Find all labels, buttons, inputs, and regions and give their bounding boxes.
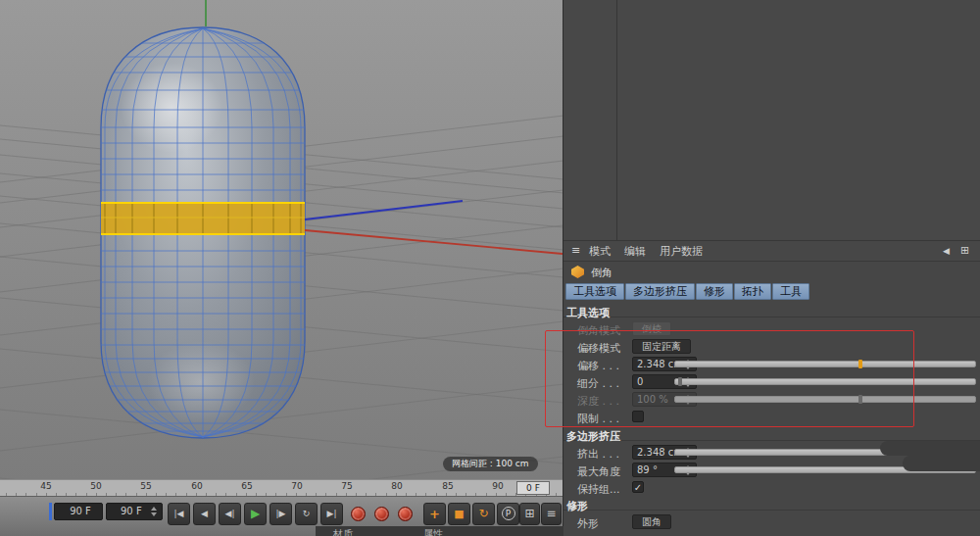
section-title: 工具选项: [566, 306, 610, 321]
panel-splitter[interactable]: [563, 0, 564, 536]
subdivision-slider-handle[interactable]: [678, 377, 682, 386]
record-parameter-button[interactable]: P: [497, 503, 519, 525]
tab-shaping[interactable]: 修形: [696, 283, 733, 300]
specular-highlight: [147, 341, 255, 423]
outline-dropdown[interactable]: 圆角: [632, 514, 671, 529]
current-frame-field[interactable]: 90 F: [54, 503, 103, 520]
active-tool-row: 倒角: [564, 262, 980, 283]
ruler-tick: 65: [237, 481, 257, 491]
tab-material[interactable]: 材质: [333, 527, 353, 536]
position-cross-icon: +: [429, 507, 440, 521]
tab-topology[interactable]: 拓扑: [734, 283, 771, 300]
record-scale-button[interactable]: ■: [448, 503, 470, 525]
keyframe-grid-button[interactable]: ⊞: [519, 503, 540, 525]
offset-mode-dropdown[interactable]: 固定距离: [632, 339, 691, 354]
menu-edit[interactable]: 编辑: [624, 244, 646, 259]
outline-row: 外形 圆角: [564, 513, 980, 531]
scale-cube-icon: ■: [454, 508, 464, 520]
previous-key-icon: ◀: [201, 509, 208, 518]
timeline-options-button[interactable]: ≡: [541, 503, 562, 525]
offset-mode-row: 偏移模式 固定距离: [564, 338, 980, 356]
subdivision-label: 细分 . . .: [577, 376, 619, 391]
offset-row: 偏移 . . . 2.348 cm: [564, 356, 980, 373]
list-icon: ≡: [546, 507, 556, 520]
viewport-3d[interactable]: [0, 0, 564, 479]
go-to-end-button[interactable]: ▶|: [320, 503, 343, 525]
tab-tool-options[interactable]: 工具选项: [565, 283, 624, 300]
tab-polygon-extrude[interactable]: 多边形挤压: [625, 283, 695, 300]
ruler-tick: 70: [287, 481, 307, 491]
go-to-start-button[interactable]: |◀: [168, 503, 190, 525]
burger-menu-icon[interactable]: ≡: [571, 244, 580, 257]
previous-key-button[interactable]: ◀: [193, 503, 216, 525]
record-keyframe-button[interactable]: [351, 507, 366, 521]
parameter-p-icon: P: [502, 507, 515, 520]
ruler-tick: 75: [337, 481, 357, 491]
current-frame-value: 90 F: [55, 504, 102, 519]
depth-slider-handle: [858, 395, 862, 404]
overlay-shape: [903, 456, 980, 471]
attribute-tab-bar: 工具选项 多边形挤压 修形 拓扑 工具: [565, 283, 809, 300]
panel-column-divider: [616, 0, 617, 241]
go-to-start-icon: |◀: [174, 509, 184, 518]
ruler-tick: 50: [86, 481, 106, 491]
keyframe-selection-button[interactable]: [398, 507, 413, 521]
ruler-tick: 90: [488, 481, 508, 491]
record-position-button[interactable]: +: [423, 503, 446, 525]
ruler-tick: 80: [387, 481, 407, 491]
frame-indicator-box[interactable]: 0 F: [516, 481, 550, 495]
record-rotation-button[interactable]: ↻: [472, 503, 495, 525]
section-shaping[interactable]: 修形: [564, 495, 980, 511]
section-title: 多边形挤压: [566, 429, 620, 445]
panel-grid-icon[interactable]: ⊞: [960, 244, 969, 257]
offset-mode-label: 偏移模式: [577, 341, 620, 356]
active-tool-name: 倒角: [591, 266, 612, 280]
ruler-tick: 60: [187, 481, 207, 491]
spinner-arrows-icon[interactable]: [151, 507, 159, 516]
timeline-ruler[interactable]: 45 50 55 60 65 70 75 80 85 90 0 F: [0, 479, 564, 496]
section-polygon-extrude[interactable]: 多边形挤压: [564, 425, 980, 441]
menu-userdata[interactable]: 用户数据: [660, 244, 703, 259]
offset-label: 偏移 . . .: [577, 359, 619, 373]
collapse-arrow-icon[interactable]: ◀: [943, 246, 950, 256]
next-frame-icon: |▶: [276, 509, 286, 518]
depth-label: 深度 . . .: [577, 394, 619, 409]
capsule-object[interactable]: [93, 27, 314, 438]
loop-icon: ↻: [303, 509, 311, 518]
limit-checkbox[interactable]: [632, 411, 644, 422]
subdivision-row: 细分 . . . 0: [564, 373, 980, 391]
end-frame-field[interactable]: 90 F: [106, 503, 163, 520]
loop-playback-button[interactable]: ↻: [295, 503, 318, 525]
grid-spacing-badge: 网格间距 : 100 cm: [443, 457, 538, 471]
overlay-shape: [880, 441, 980, 456]
preserve-groups-checkbox[interactable]: ✓: [632, 481, 644, 493]
bevel-mode-value: 倒棱: [632, 321, 671, 336]
menu-mode[interactable]: 模式: [589, 244, 611, 259]
extrude-label: 挤出 . . .: [577, 447, 619, 462]
play-icon: ▶: [251, 507, 260, 520]
attribute-manager-menubar: ≡ 模式 编辑 用户数据 ◀ ⊞: [564, 241, 980, 262]
selected-edge-loop[interactable]: [98, 202, 309, 235]
bevel-mode-label: 倒角模式: [577, 323, 620, 338]
max-angle-label: 最大角度: [577, 464, 620, 479]
ruler-tick: 55: [136, 481, 156, 491]
section-tool-options[interactable]: 工具选项: [564, 302, 980, 317]
ruler-tick: 85: [438, 481, 458, 491]
tab-attribute[interactable]: 属性: [423, 527, 443, 536]
offset-slider[interactable]: [674, 361, 976, 367]
offset-slider-handle[interactable]: [858, 360, 862, 368]
specular-highlight: [121, 63, 222, 153]
autokey-button[interactable]: [374, 507, 389, 521]
tab-tool[interactable]: 工具: [772, 283, 809, 300]
timeline-cursor[interactable]: [49, 503, 52, 520]
rotation-arrow-icon: ↻: [478, 507, 488, 520]
grid-icon: ⊞: [524, 507, 534, 520]
play-button[interactable]: ▶: [244, 503, 267, 525]
previous-frame-icon: ◀|: [225, 509, 235, 518]
subdivision-slider[interactable]: [674, 378, 976, 385]
bevel-mode-row: 倒角模式 倒棱: [564, 320, 980, 338]
previous-frame-button[interactable]: ◀|: [219, 503, 241, 525]
next-frame-button[interactable]: |▶: [270, 503, 292, 525]
depth-row: 深度 . . . 100 %: [564, 391, 980, 409]
outline-label: 外形: [577, 516, 599, 531]
